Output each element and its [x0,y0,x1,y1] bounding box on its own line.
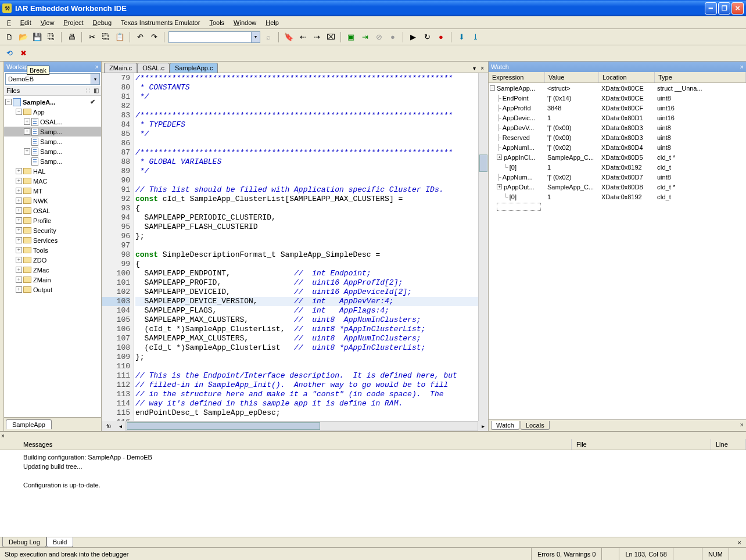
expand-icon[interactable]: + [16,257,22,263]
chevron-down-icon[interactable]: ▾ [251,32,260,42]
tree-item[interactable]: +OSAL... [4,117,101,127]
watch-body[interactable]: −SampleApp...<struct>XData:0x80CEstruct … [489,83,746,419]
expand-icon[interactable]: + [16,247,22,253]
minimize-button[interactable]: ━ [705,2,717,15]
menu-window[interactable]: Window [229,18,261,27]
find-next-icon[interactable]: ⌕ [263,31,274,43]
watch-row[interactable]: +pAppOut...SampleApp_C...XData:0x80D8cId… [489,182,746,192]
project-root[interactable]: − SampleA... ✔ [4,97,101,107]
toggle-bp-icon[interactable]: ● [387,31,399,43]
stop-build-icon[interactable]: ⊘ [373,31,385,43]
expand-icon[interactable]: + [16,188,22,194]
scroll-left-icon[interactable]: ◂ [116,423,125,429]
tree-item[interactable]: +Samp... [4,127,101,137]
undo-icon[interactable]: ↶ [134,31,146,43]
tree-item[interactable]: +ZMain [4,275,101,285]
break-icon[interactable]: ✖ [17,48,29,59]
watch-row[interactable]: ├AppDevic...1XData:0x80D1uint16 [489,113,746,123]
expand-icon[interactable]: + [497,155,502,160]
tab-watch[interactable]: Watch [491,421,519,430]
tree-item[interactable]: Samp... [4,156,101,166]
tree-item[interactable]: +MT [4,186,101,196]
col-location[interactable]: Location [599,72,655,82]
debug-restart-icon[interactable]: ↻ [421,31,433,43]
scroll-right-icon[interactable]: ▸ [478,423,488,429]
code-content[interactable]: /***************************************… [134,73,478,421]
collapse-icon[interactable]: − [5,99,12,105]
cut-icon[interactable]: ✂ [86,31,98,43]
reset-icon[interactable]: ⟲ [3,48,15,59]
tab-dropdown-icon[interactable]: ▾ [471,65,478,71]
watch-row[interactable]: ├AppNumI...'|' (0x02)XData:0x80D4uint8 [489,142,746,152]
col-expression[interactable]: Expression [489,72,545,82]
expand-icon[interactable]: + [24,128,30,135]
download-icon[interactable]: ⬇ [456,31,467,43]
workspace-tab[interactable]: SampleApp [6,419,52,429]
chevron-down-icon[interactable]: ▾ [91,74,99,84]
menu-help[interactable]: Help [261,18,284,27]
collapse-icon[interactable] [24,138,30,145]
expand-icon[interactable]: + [16,178,22,184]
collapse-icon[interactable]: − [490,85,495,91]
tree-item[interactable]: +HAL [4,166,101,176]
tab-debug-log[interactable]: Debug Log [2,537,46,547]
watch-tabs-close-icon[interactable]: × [740,421,744,428]
watch-row[interactable]: −SampleApp...<struct>XData:0x80CEstruct … [489,83,746,93]
expand-icon[interactable]: + [24,148,30,155]
expand-icon[interactable]: + [16,168,22,174]
tree-item[interactable]: +MAC [4,176,101,186]
close-button[interactable]: ✕ [731,2,744,15]
scroll-thumb[interactable] [479,155,487,172]
save-icon[interactable]: 💾 [31,31,43,43]
expand-icon[interactable]: + [16,217,22,224]
watch-row[interactable]: +pAppInCl...SampleApp_C...XData:0x80D5cI… [489,152,746,162]
horizontal-scrollbar[interactable]: f0 ◂ ▸ [102,421,488,431]
bookmark-next-icon[interactable]: ⇢ [311,31,322,43]
expand-icon[interactable]: + [16,277,22,283]
menu-file[interactable]: F [2,18,16,27]
menu-view[interactable]: View [36,18,59,27]
tree-item[interactable]: −App [4,107,101,117]
redo-icon[interactable]: ↷ [148,31,160,43]
debug-break-icon[interactable]: ● [435,31,447,43]
tree-item[interactable]: +ZDO [4,255,101,265]
collapse-icon[interactable]: − [16,109,22,115]
expand-icon[interactable]: + [16,286,22,293]
col-messages[interactable]: Messages [0,439,572,450]
editor-tab[interactable]: ZMain.c [104,63,137,73]
code-editor[interactable]: 7980818283848586878889909192939495969798… [102,73,488,421]
tab-close-icon[interactable]: × [479,65,486,71]
tree-item[interactable]: +ZMac [4,265,101,275]
expand-icon[interactable]: + [16,227,22,234]
watch-row[interactable]: ├AppNum...'|' (0x02)XData:0x80D7uint8 [489,172,746,182]
tree-item[interactable]: +NWK [4,196,101,206]
expand-icon[interactable]: + [16,207,22,214]
maximize-button[interactable]: ❐ [718,2,730,15]
tree-item[interactable]: +Profile [4,216,101,225]
bookmark-prev-icon[interactable]: ⇠ [297,31,309,43]
new-file-icon[interactable]: 🗋 [3,31,15,43]
print-icon[interactable]: 🖶 [66,31,77,43]
build-close-icon[interactable]: × [1,433,5,439]
watch-row[interactable]: ├EndPoint'|' (0x14)XData:0x80CEuint8 [489,93,746,103]
menu-project[interactable]: Project [59,18,88,27]
watch-new-row[interactable] [489,202,746,211]
col-line[interactable]: Line [711,439,746,450]
col-file[interactable]: File [572,439,711,450]
expand-icon[interactable]: + [16,198,22,204]
expand-icon[interactable]: + [16,267,22,273]
expand-icon[interactable]: + [16,237,22,243]
tree-item[interactable]: +Services [4,235,101,245]
tab-locals[interactable]: Locals [521,421,550,430]
menu-ti-emulator[interactable]: Texas Instruments Emulator [116,18,205,27]
download-debug-icon[interactable]: ⤓ [469,31,481,43]
tree-item[interactable]: +Samp... [4,146,101,156]
bookmark-clear-icon[interactable]: ⌧ [325,31,336,43]
save-all-icon[interactable]: ⿻ [45,31,57,43]
collapse-icon[interactable] [24,158,30,164]
editor-tab[interactable]: OSAL.c [137,63,170,73]
vertical-scrollbar[interactable] [478,73,488,421]
tab-build[interactable]: Build [46,537,73,547]
build-messages[interactable]: Building configuration: SampleApp - Demo… [0,450,746,537]
tree-item[interactable]: +OSAL [4,206,101,216]
